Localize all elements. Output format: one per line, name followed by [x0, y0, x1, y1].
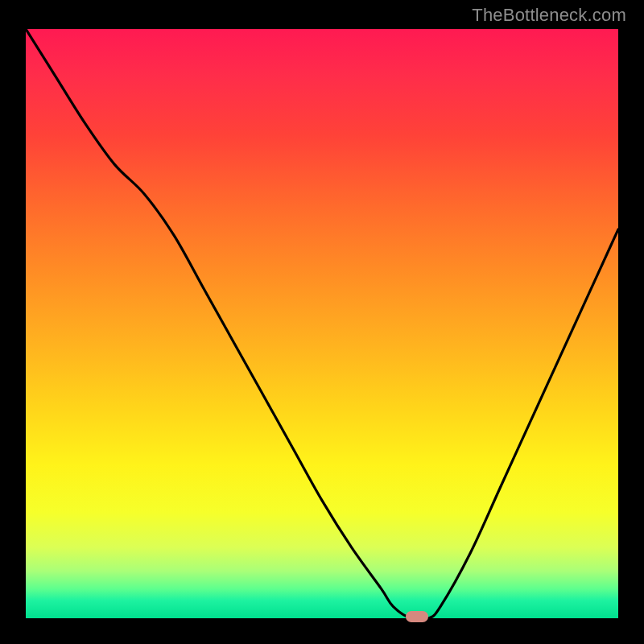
chart-frame: TheBottleneck.com: [0, 0, 644, 644]
plot-area: [26, 29, 618, 618]
optimal-marker: [406, 611, 428, 622]
bottleneck-curve: [26, 29, 618, 618]
watermark-text: TheBottleneck.com: [472, 5, 626, 26]
